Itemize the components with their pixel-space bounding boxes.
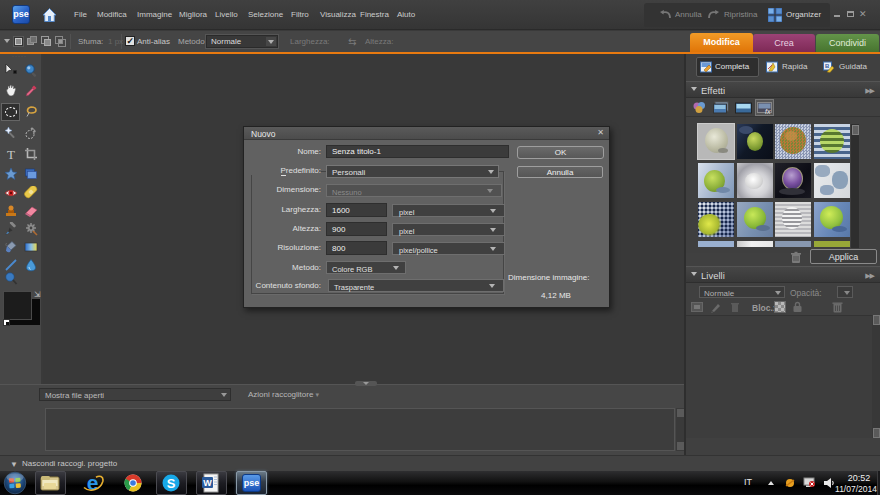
svg-text:fx: fx — [765, 108, 771, 115]
svg-text:B: B — [825, 63, 830, 69]
svg-text:T: T — [7, 147, 15, 161]
svg-text:W: W — [203, 478, 212, 488]
svg-text:S: S — [167, 476, 176, 491]
